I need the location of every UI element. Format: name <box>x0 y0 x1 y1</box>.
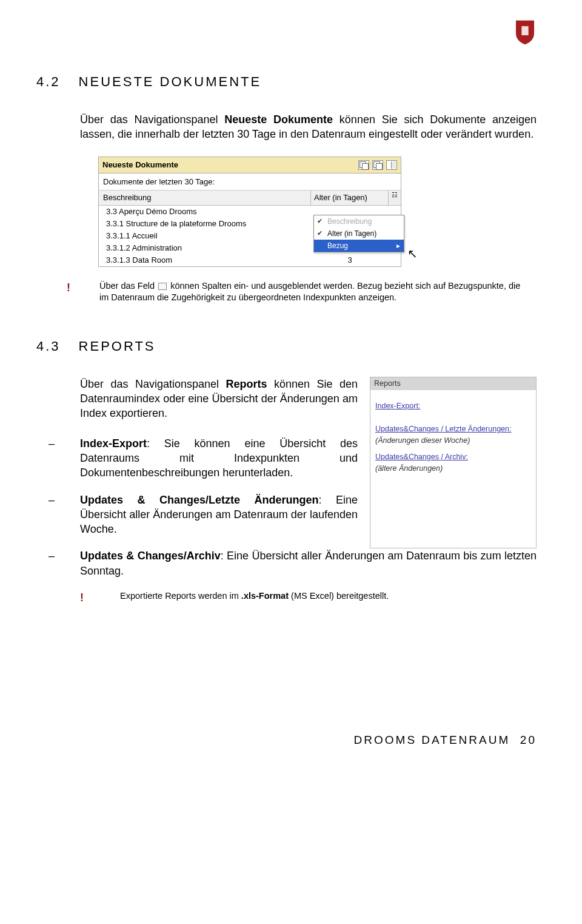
dash-icon: – <box>36 493 80 537</box>
bang-icon: ! <box>80 590 84 605</box>
menu-beschreibung[interactable]: Beschreibung <box>314 215 404 228</box>
panel-title: Neueste Dokumente <box>102 160 178 170</box>
column-context-menu: Beschreibung Alter (in Tagen) Bezug <box>313 215 404 253</box>
page-footer: DROOMS DATENRAUM 20 <box>36 732 537 748</box>
drooms-shield-logo <box>513 18 537 46</box>
reports-panel-title: Reports <box>370 377 536 390</box>
column-chooser-icon[interactable]: ☷ <box>389 191 401 205</box>
heading-4-3: 4.3 REPORTS <box>36 337 537 356</box>
menu-bezug[interactable]: Bezug <box>314 240 404 252</box>
heading-4-2: 4.2 NEUESTE DOKUMENTE <box>36 73 537 91</box>
panel-subtitle: Dokumente der letzten 30 Tage: <box>99 174 401 191</box>
reports-panel-screenshot: Reports Index-Export: Updates&Changes / … <box>370 377 537 549</box>
heading-num: 4.2 <box>36 73 61 91</box>
heading-text: NEUESTE DOKUMENTE <box>79 73 262 91</box>
heading-text: REPORTS <box>79 337 156 356</box>
link-index-export[interactable]: Index-Export: <box>375 401 531 411</box>
table-row[interactable]: 3.3.1.3 Data Room3 <box>99 254 401 266</box>
caption-archive: (ältere Änderungen) <box>375 464 531 474</box>
caption-latest: (Änderungen dieser Woche) <box>375 436 531 446</box>
dash-icon: – <box>36 548 80 578</box>
neueste-dokumente-screenshot: Neueste Dokumente Dokumente der letzten … <box>98 157 401 267</box>
list-item: – Updates & Changes/Letzte Änderungen: E… <box>36 493 358 537</box>
copy-icon[interactable] <box>358 160 369 170</box>
col-beschreibung[interactable]: Beschreibung <box>99 191 311 205</box>
sec43-intro: Über das Navigationspanel Reports können… <box>80 377 358 421</box>
list-item: – Updates & Changes/Archiv: Eine Übersic… <box>36 548 537 578</box>
cursor-icon: ↖ <box>407 246 418 262</box>
link-updates-latest[interactable]: Updates&Changes / Letzte Änderungen: <box>375 424 531 434</box>
dash-icon: – <box>36 436 80 481</box>
link-updates-archive[interactable]: Updates&Changes / Archiv: <box>375 452 531 462</box>
bang-icon: ! <box>67 280 70 304</box>
list-item: – Index-Export: Sie können eine Übersich… <box>36 436 358 481</box>
sec42-intro: Über das Navigationspanel Neueste Dokume… <box>80 112 537 142</box>
toggle-panel-icon[interactable] <box>386 160 397 170</box>
column-chooser-icon <box>158 283 167 290</box>
info-note-2: ! Exportierte Reports werden im .xls-For… <box>80 590 537 605</box>
heading-num: 4.3 <box>36 337 61 356</box>
info-note-1: ! Über das Feld können Spalten ein- und … <box>67 280 524 304</box>
copy-all-icon[interactable] <box>372 160 383 170</box>
menu-alter[interactable]: Alter (in Tagen) <box>314 228 404 240</box>
col-alter[interactable]: Alter (in Tagen) <box>311 191 389 205</box>
